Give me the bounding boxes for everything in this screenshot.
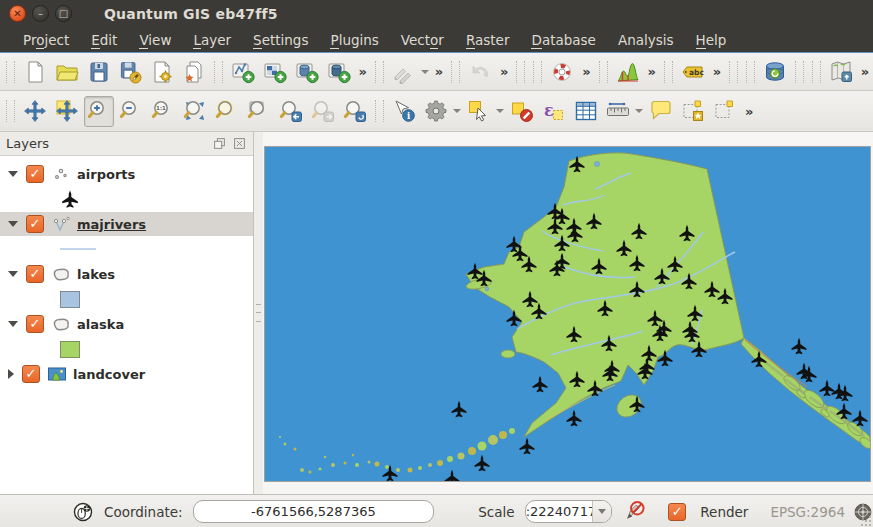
toggle-editing-button[interactable] [389,56,419,87]
toolbar-overflow[interactable]: » [745,104,753,119]
zoom-to-layer-button[interactable] [244,96,274,127]
toolbar-overflow[interactable]: » [713,64,721,79]
expand-arrow-icon[interactable] [8,369,14,379]
menu-help[interactable]: Help [685,29,738,51]
zoom-actual-size-button[interactable] [148,96,178,127]
map-canvas[interactable] [264,146,871,482]
save-project-as-button[interactable] [116,56,146,87]
toolbar-grip[interactable] [516,61,525,83]
toolbar-grip[interactable] [729,61,738,83]
panel-splitter[interactable] [254,132,263,494]
toolbar-overflow[interactable]: » [359,64,367,79]
zoom-out-button[interactable] [116,96,146,127]
stop-rendering-button[interactable] [624,500,646,524]
layer-item-lakes[interactable]: ✓lakes [0,262,253,286]
toolbar-grip[interactable] [6,61,15,83]
window-resize-grip[interactable] [859,514,872,527]
layer-checkbox-landcover[interactable]: ✓ [22,365,40,383]
toolbar-grip[interactable] [664,61,673,83]
new-project-button[interactable] [20,56,50,87]
window-close-button[interactable]: ✕ [9,5,26,22]
publish-to-web-button[interactable] [826,56,856,87]
toolbar-overflow[interactable]: » [647,64,655,79]
composer-manager-button[interactable] [179,56,209,87]
menu-layer[interactable]: Layer [182,29,242,51]
render-checkbox[interactable]: ✓ [668,503,686,521]
identify-features-button[interactable] [389,96,419,127]
zoom-last-button[interactable] [276,96,306,127]
new-print-composer-button[interactable] [147,56,177,87]
toolbar-overflow[interactable]: » [861,64,869,79]
labeling-button[interactable] [678,56,708,87]
toggle-editing-dropdown-arrow[interactable] [421,70,429,74]
new-bookmark-button[interactable] [678,96,708,127]
add-spatialite-layer-button[interactable] [324,56,354,87]
menu-analysis[interactable]: Analysis [607,29,685,51]
layer-item-alaska[interactable]: ✓alaska [0,312,253,336]
menu-plugins[interactable]: Plugins [319,29,389,51]
select-by-expression-button[interactable] [539,96,569,127]
layer-checkbox-airports[interactable]: ✓ [26,165,44,183]
toolbar-grip[interactable] [451,61,460,83]
zoom-full-extent-button[interactable] [180,96,210,127]
db-manager-button[interactable] [760,56,790,87]
undo-button[interactable] [465,56,495,87]
layer-checkbox-alaska[interactable]: ✓ [26,315,44,333]
mouse-position-toggle[interactable] [72,501,94,523]
show-bookmarks-button[interactable] [710,96,740,127]
panel-float-button[interactable] [212,136,227,151]
menu-edit[interactable]: Edit [80,29,128,51]
add-vector-layer-button[interactable] [228,56,258,87]
menu-project[interactable]: Project [12,29,80,51]
help-contents-button[interactable] [547,56,577,87]
zoom-next-button[interactable] [308,96,338,127]
measure-dropdown-arrow[interactable] [635,109,643,113]
layer-checkbox-majrivers[interactable]: ✓ [26,215,44,233]
toolbar-grip[interactable] [375,61,384,83]
toolbar-grip[interactable] [812,61,821,83]
menu-view[interactable]: View [128,29,182,51]
pan-to-selection-button[interactable] [52,96,82,127]
scale-dropdown-arrow[interactable] [592,501,611,522]
window-minimize-button[interactable]: – [32,5,49,22]
coordinate-input[interactable] [193,500,435,523]
toolbar-overflow[interactable]: » [435,64,443,79]
menu-settings[interactable]: Settings [242,29,319,51]
toolbar-grip[interactable] [214,61,223,83]
add-postgis-layer-button[interactable] [292,56,322,87]
zoom-in-button[interactable] [84,96,114,127]
open-attribute-table-button[interactable] [571,96,601,127]
collapse-arrow-icon[interactable] [8,221,18,227]
toolbar-grip[interactable] [599,61,608,83]
collapse-arrow-icon[interactable] [8,321,18,327]
refresh-map-button[interactable] [340,96,370,127]
window-maximize-button[interactable]: □ [55,5,72,22]
select-features-dropdown-arrow[interactable] [496,109,504,113]
collapse-arrow-icon[interactable] [8,271,18,277]
layer-item-landcover[interactable]: ✓landcover [0,362,253,386]
map-tips-button[interactable] [646,96,676,127]
toolbar-grip[interactable] [533,61,542,83]
map-settings-button[interactable] [421,96,451,127]
menu-vector[interactable]: Vector [390,29,455,51]
layer-item-airports[interactable]: ✓airports [0,162,253,186]
menu-database[interactable]: Database [520,29,606,51]
pan-map-button[interactable] [20,96,50,127]
toolbar-grip[interactable] [375,100,384,122]
toolbar-grip[interactable] [6,100,15,122]
panel-close-button[interactable] [232,136,247,151]
raster-histogram-button[interactable] [613,56,643,87]
zoom-to-selection-button[interactable] [212,96,242,127]
open-project-button[interactable] [52,56,82,87]
menu-raster[interactable]: Raster [455,29,521,51]
layer-item-majrivers[interactable]: ✓majrivers [0,212,253,236]
map-settings-dropdown-arrow[interactable] [453,109,461,113]
toolbar-overflow[interactable]: » [500,64,508,79]
save-project-button[interactable] [84,56,114,87]
collapse-arrow-icon[interactable] [8,171,18,177]
toolbar-grip[interactable] [746,61,755,83]
deselect-all-button[interactable] [507,96,537,127]
scale-combobox[interactable]: :22240717 [525,500,612,523]
select-features-button[interactable] [464,96,494,127]
measure-button[interactable] [603,96,633,127]
